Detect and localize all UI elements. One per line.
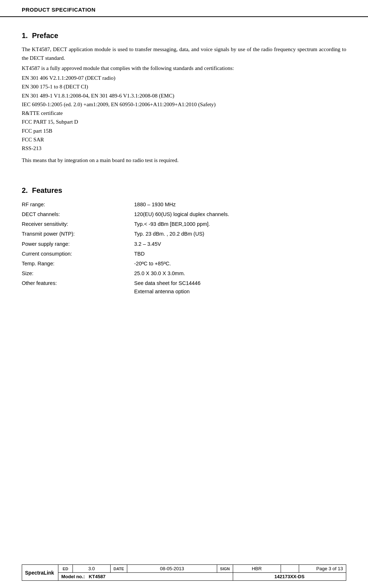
table-row: RF range: 1880 – 1930 MHz [22, 200, 346, 210]
standard-9: RSS-213 [22, 144, 346, 153]
feature-value-current: TBD [134, 249, 346, 259]
table-row: Power supply range: 3.2 – 3.45V [22, 239, 346, 249]
feature-value-size: 25.0 X 30.0 X 3.0mm. [134, 269, 346, 278]
footer-doc-number: 142173XX-DS [233, 573, 346, 581]
footer-table: SpectraLink ED 3.0 DATE 08-05-2013 SIGN … [22, 564, 346, 581]
table-row: Other features: See data sheet for SC144… [22, 278, 346, 297]
footer-date-value: 08-05-2013 [127, 565, 217, 573]
feature-label-receiver: Receiver sensitivity: [22, 219, 134, 229]
table-row: Receiver sensitivity: Typ.< -93 dBm [BER… [22, 219, 346, 229]
feature-value-dect-channels: 120(EU) 60(US) logical duplex channels. [134, 210, 346, 219]
section-features: 2. Features RF range: 1880 – 1930 MHz DE… [22, 186, 346, 297]
means-text: This means that by integration on a main… [22, 156, 346, 165]
page-header: PRODUCT SPECIFICATION [0, 0, 368, 17]
footer-sign-value: HBR [233, 565, 281, 573]
feature-label-dect-channels: DECT channels: [22, 210, 134, 219]
page-title: PRODUCT SPECIFICATION [22, 7, 346, 13]
preface-intro2: KT4587 is a fully approved module that c… [22, 64, 346, 73]
feature-label-current: Current consumption: [22, 249, 134, 259]
footer-ed-value: 3.0 [73, 565, 111, 573]
feature-label-other: Other features: [22, 278, 134, 297]
standard-8: FCC SAR [22, 136, 346, 144]
feature-label-temp: Temp. Range: [22, 259, 134, 269]
footer-page: Page 3 of 13 [299, 565, 346, 573]
standard-5: R&TTE certificate [22, 109, 346, 117]
table-row: Temp. Range: -20ºC to +85ºC. [22, 259, 346, 269]
section-preface-title: 1. Preface [22, 32, 346, 40]
feature-value-other: See data sheet for SC14446 External ante… [134, 278, 346, 297]
feature-value-rf-range: 1880 – 1930 MHz [134, 200, 346, 210]
preface-body: The KT4587, DECT application module is u… [22, 45, 346, 165]
table-row: DECT channels: 120(EU) 60(US) logical du… [22, 210, 346, 219]
feature-label-size: Size: [22, 269, 134, 278]
page-wrapper: PRODUCT SPECIFICATION 1. Preface The KT4… [0, 0, 368, 588]
footer-row-1: SpectraLink ED 3.0 DATE 08-05-2013 SIGN … [22, 565, 346, 573]
standards-list: EN 301 406 V2.1.1:2009-07 (DECT radio) E… [22, 74, 346, 153]
footer-ed-label: ED [58, 565, 73, 573]
page-content: 1. Preface The KT4587, DECT application … [0, 17, 368, 564]
footer-sign-label: SIGN [217, 565, 233, 573]
section-preface: 1. Preface The KT4587, DECT application … [22, 32, 346, 165]
footer-date-label: DATE [111, 565, 127, 573]
standard-4: IEC 60950-1:2005 (ed. 2.0) +am1:2009, EN… [22, 100, 346, 109]
standard-1: EN 301 406 V2.1.1:2009-07 (DECT radio) [22, 74, 346, 82]
table-row: Transmit power (NTP): Typ. 23 dBm. , 20.… [22, 229, 346, 239]
page-footer: SpectraLink ED 3.0 DATE 08-05-2013 SIGN … [0, 564, 368, 588]
feature-label-rf-range: RF range: [22, 200, 134, 210]
standard-6: FCC PART 15, Subpart D [22, 118, 346, 126]
section-features-title: 2. Features [22, 186, 346, 195]
feature-label-power-supply: Power supply range: [22, 239, 134, 249]
footer-model: Model no.: KT4587 [58, 573, 233, 581]
feature-value-temp: -20ºC to +85ºC. [134, 259, 346, 269]
footer-row-2: Model no.: KT4587 142173XX-DS [22, 573, 346, 581]
feature-label-transmit: Transmit power (NTP): [22, 229, 134, 239]
standard-7: FCC part 15B [22, 127, 346, 135]
table-row: Current consumption: TBD [22, 249, 346, 259]
preface-intro: The KT4587, DECT application module is u… [22, 45, 346, 62]
feature-value-power-supply: 3.2 – 3.45V [134, 239, 346, 249]
standard-2: EN 300 175-1 to 8 (DECT CI) [22, 83, 346, 91]
footer-brand: SpectraLink [22, 565, 58, 581]
table-row: Size: 25.0 X 30.0 X 3.0mm. [22, 269, 346, 278]
features-table: RF range: 1880 – 1930 MHz DECT channels:… [22, 200, 346, 297]
feature-value-receiver: Typ.< -93 dBm [BER,1000 ppm]. [134, 219, 346, 229]
standard-3: EN 301 489-1 V1.8.1:2008-04, EN 301 489-… [22, 92, 346, 100]
feature-value-transmit: Typ. 23 dBm. , 20.2 dBm (US) [134, 229, 346, 239]
